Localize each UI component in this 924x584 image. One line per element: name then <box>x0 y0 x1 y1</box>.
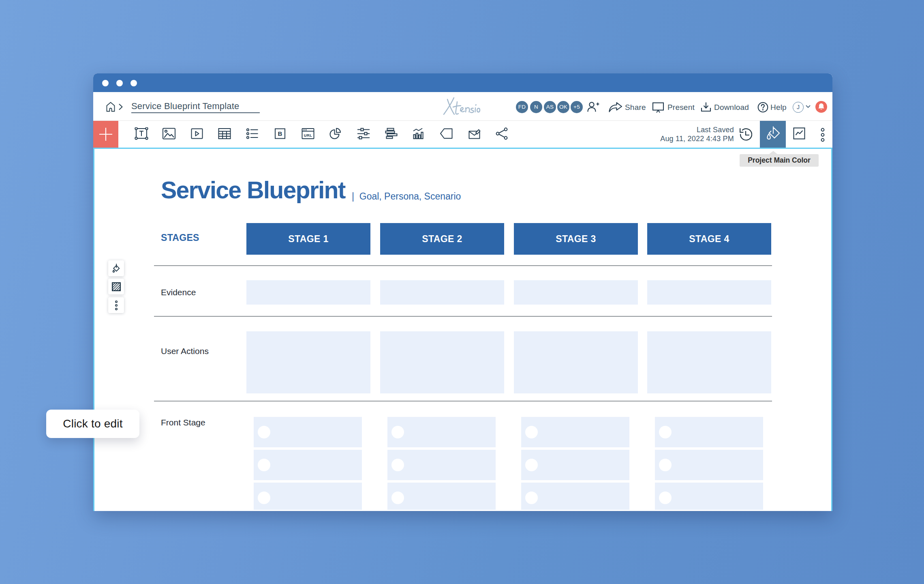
svg-text:B: B <box>278 130 282 137</box>
svg-text:URL: URL <box>304 133 312 137</box>
